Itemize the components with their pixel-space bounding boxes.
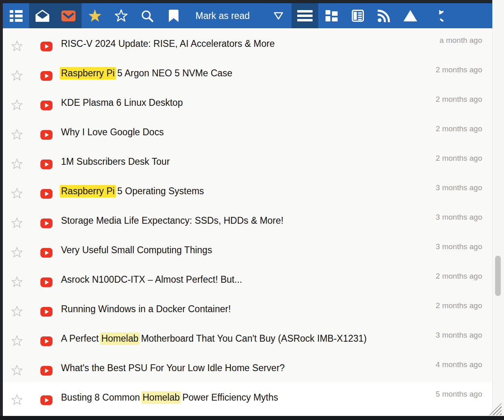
item-age: 2 months ago — [436, 301, 482, 310]
refresh-icon — [430, 9, 443, 23]
star-toggle-button[interactable] — [11, 217, 23, 229]
list-item[interactable]: Asrock N100DC-ITX – Almost Perfect! But.… — [3, 264, 501, 294]
item-title: What's the Best PSU For Your Low Idle Ho… — [61, 362, 420, 374]
scrollbar-thumb[interactable] — [495, 256, 501, 296]
list-item[interactable]: 1M Subscribers Desk Tour 2 months ago — [3, 146, 501, 176]
article-view-icon — [352, 10, 364, 22]
read-state-group — [29, 3, 82, 28]
star-toggle-button[interactable] — [11, 40, 23, 52]
youtube-icon — [40, 130, 52, 140]
youtube-icon — [40, 277, 52, 287]
bookmark-icon — [169, 10, 178, 22]
toolbar: Mark as read — [3, 3, 501, 28]
list-view-icon — [10, 10, 23, 22]
youtube-icon — [40, 71, 52, 81]
item-age: 2 months ago — [436, 95, 482, 104]
mark-as-read-button[interactable]: Mark as read — [187, 3, 292, 28]
youtube-icon — [40, 366, 52, 376]
star-toggle-button[interactable] — [11, 306, 23, 317]
mark-read-envelope-button[interactable] — [29, 3, 55, 28]
item-title: 1M Subscribers Desk Tour — [61, 156, 420, 167]
item-title: Why I Love Google Docs — [61, 126, 420, 138]
youtube-icon — [40, 248, 52, 258]
item-title: Asrock N100DC-ITX – Almost Perfect! But.… — [61, 274, 420, 285]
youtube-icon — [40, 307, 52, 317]
starred-filter-button[interactable] — [82, 3, 108, 28]
youtube-icon — [40, 395, 52, 405]
star-toggle-button[interactable] — [11, 70, 23, 81]
triangle-up-icon — [403, 10, 417, 21]
item-age: 3 months ago — [436, 331, 482, 340]
scrollbar-track[interactable] — [492, 0, 504, 420]
dropdown-triangle-icon — [273, 12, 284, 20]
star-toggle-button[interactable] — [11, 365, 23, 376]
star-toggle-button[interactable] — [11, 99, 23, 111]
star-toggle-button[interactable] — [11, 335, 23, 346]
open-envelope-icon — [35, 9, 50, 22]
list-item[interactable]: Raspberry Pi 5 Operating Systems 3 month… — [3, 176, 501, 205]
menu-group — [292, 3, 318, 28]
article-view-button[interactable] — [344, 3, 371, 28]
bookmark-button[interactable] — [160, 3, 187, 28]
item-age: 3 months ago — [436, 183, 482, 192]
list-item[interactable]: Busting 8 Common Homelab Power Efficienc… — [3, 382, 501, 412]
item-title: Storage Media Life Expectancy: SSDs, HDD… — [61, 215, 420, 226]
item-title: Raspberry Pi 5 Argon NEO 5 NVMe Case — [61, 67, 420, 79]
item-title: Very Useful Small Computing Things — [61, 244, 420, 256]
youtube-icon — [40, 336, 52, 346]
youtube-icon — [40, 101, 52, 110]
youtube-icon — [40, 189, 52, 199]
list-view-button[interactable] — [3, 3, 29, 28]
item-title: Running Windows in a Docker Container! — [61, 303, 420, 315]
rss-button[interactable] — [371, 3, 397, 28]
star-toggle-button[interactable] — [11, 129, 23, 140]
search-button[interactable] — [134, 3, 160, 28]
menu-icon — [297, 10, 313, 21]
list-item[interactable]: KDE Plasma 6 Linux Desktop 2 months ago — [3, 87, 501, 117]
cards-view-button[interactable] — [318, 3, 344, 28]
list-item[interactable]: What's the Best PSU For Your Low Idle Ho… — [3, 353, 501, 382]
youtube-icon — [40, 160, 52, 169]
list-item[interactable]: Raspberry Pi 5 Argon NEO 5 NVMe Case 2 m… — [3, 58, 501, 87]
star-toggle-button[interactable] — [11, 158, 23, 170]
unstarred-filter-button[interactable] — [108, 3, 134, 28]
star-toggle-button[interactable] — [11, 276, 23, 288]
item-age: 3 months ago — [436, 213, 482, 222]
list-item[interactable]: RISC-V 2024 Update: RISE, AI Accelerator… — [3, 28, 501, 58]
star-toggle-button[interactable] — [11, 188, 23, 199]
item-age: 2 months ago — [436, 65, 482, 74]
scroll-to-top-button[interactable] — [397, 3, 423, 28]
list-item[interactable]: Very Useful Small Computing Things 3 mon… — [3, 235, 501, 264]
star-filled-icon — [88, 9, 102, 23]
rss-icon — [378, 10, 390, 22]
refresh-button[interactable] — [423, 3, 449, 28]
item-age: 4 months ago — [436, 360, 482, 369]
item-title: RISC-V 2024 Update: RISE, AI Accelerator… — [61, 38, 420, 49]
window-bottom-edge — [0, 416, 504, 420]
list-item[interactable]: Storage Media Life Expectancy: SSDs, HDD… — [3, 205, 501, 235]
item-age: 3 months ago — [436, 242, 482, 251]
item-age: 2 months ago — [436, 272, 482, 281]
item-title: KDE Plasma 6 Linux Desktop — [61, 97, 420, 108]
youtube-icon — [40, 218, 52, 228]
star-toggle-button[interactable] — [11, 247, 23, 258]
feed-list: RISC-V 2024 Update: RISE, AI Accelerator… — [3, 28, 501, 416]
item-age: 2 months ago — [436, 154, 482, 163]
mark-unread-envelope-button[interactable] — [55, 3, 82, 28]
list-item[interactable]: A Perfect Homelab Motherboard That You C… — [3, 323, 501, 353]
star-outline-icon — [114, 9, 128, 22]
app-window: Mark as read — [0, 0, 504, 420]
unread-envelope-icon — [61, 10, 76, 21]
star-toggle-button[interactable] — [11, 394, 23, 405]
mark-as-read-label: Mark as read — [195, 10, 250, 21]
list-item[interactable]: Running Windows in a Docker Container! 2… — [3, 294, 501, 323]
youtube-icon — [40, 42, 52, 51]
list-item[interactable]: Why I Love Google Docs 2 months ago — [3, 117, 501, 146]
item-age: 2 months ago — [436, 124, 482, 133]
item-age: a month ago — [439, 36, 482, 45]
item-title: Busting 8 Common Homelab Power Efficienc… — [61, 392, 420, 403]
cards-view-icon — [326, 10, 338, 22]
menu-button[interactable] — [292, 3, 318, 28]
item-age: 5 months ago — [436, 390, 482, 399]
item-title: A Perfect Homelab Motherboard That You C… — [61, 333, 420, 344]
